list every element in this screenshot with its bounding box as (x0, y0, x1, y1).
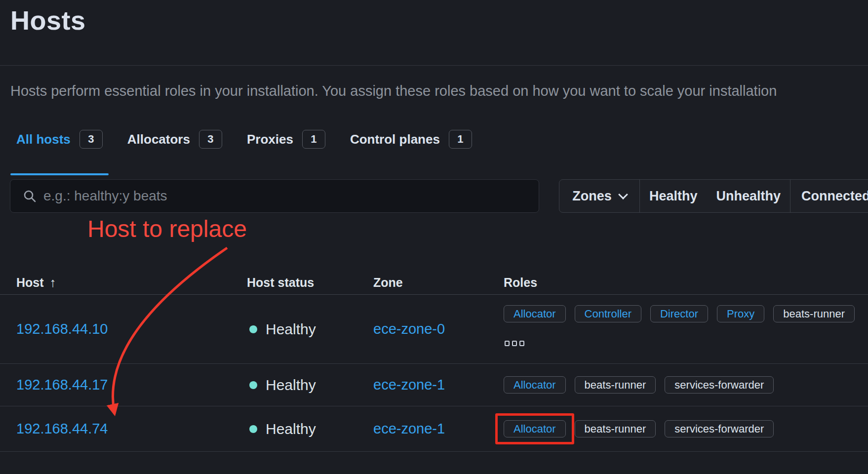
role-badge-beats-runner: beats-runner (575, 420, 656, 437)
tab-count-badge: 1 (449, 130, 472, 149)
zone-link[interactable]: ece-zone-0 (373, 321, 445, 337)
role-badge-allocator-highlighted[interactable]: Allocator (504, 420, 566, 437)
filter-status-section: Healthy Unhealthy (639, 180, 790, 212)
active-tab-underline (10, 173, 109, 175)
role-badge-allocator[interactable]: Allocator (504, 376, 566, 394)
role-badge-director[interactable]: Director (650, 305, 708, 322)
host-link[interactable]: 192.168.44.74 (16, 421, 108, 436)
hosts-table: Host ↑ Host status Zone Roles 192.168.44… (0, 271, 868, 452)
status-label: Healthy (266, 321, 316, 338)
healthy-dot-icon (249, 425, 257, 433)
tab-label: Allocators (127, 132, 190, 147)
tab-label: Proxies (247, 132, 293, 147)
healthy-dot-icon (249, 381, 257, 389)
roles-badge-line: Allocator Controller Director Proxy beat… (504, 305, 855, 322)
chevron-down-icon (618, 190, 628, 199)
column-header-roles: Roles (504, 276, 868, 290)
status-label: Healthy (266, 377, 316, 394)
search-input[interactable] (43, 188, 530, 204)
role-badge-services-forwarder: services-forwarder (665, 420, 774, 437)
filter-connected-button[interactable]: Connected (790, 180, 868, 212)
more-roles-icon[interactable] (505, 341, 524, 346)
role-badge-allocator[interactable]: Allocator (504, 305, 566, 322)
page-title: Hosts (10, 5, 86, 36)
host-status-cell: Healthy (247, 421, 373, 437)
role-badge-controller[interactable]: Controller (575, 305, 641, 322)
page-description: Hosts perform essential roles in your in… (10, 83, 868, 99)
table-row: 192.168.44.74 Healthy ece-zone-1 Allocat… (0, 406, 868, 452)
table-row: 192.168.44.10 Healthy ece-zone-0 Allocat… (0, 295, 868, 364)
tab-count-badge: 3 (199, 130, 222, 149)
filter-zones-button[interactable]: Zones (559, 180, 639, 212)
tab-allocators[interactable]: Allocators 3 (127, 130, 222, 149)
filter-healthy-button[interactable]: Healthy (649, 189, 698, 204)
search-box (10, 179, 539, 213)
filter-connected-label: Connected (801, 189, 868, 204)
header-divider (0, 65, 868, 66)
filter-group: Zones Healthy Unhealthy Connected (559, 179, 868, 213)
tab-label: Control planes (350, 132, 440, 147)
column-header-host[interactable]: Host ↑ (16, 275, 247, 290)
role-badge-proxy[interactable]: Proxy (717, 305, 764, 322)
host-link[interactable]: 192.168.44.17 (16, 377, 108, 393)
tab-bar: All hosts 3 Allocators 3 Proxies 1 Contr… (16, 129, 472, 149)
tab-all-hosts[interactable]: All hosts 3 (16, 130, 103, 149)
search-icon (23, 190, 37, 203)
roles-cell: Allocator beats-runner services-forwarde… (504, 376, 868, 394)
role-badge-services-forwarder: services-forwarder (665, 376, 774, 394)
tab-label: All hosts (16, 132, 71, 147)
status-label: Healthy (266, 421, 316, 437)
tab-count-badge: 3 (79, 130, 103, 149)
zone-link[interactable]: ece-zone-1 (373, 377, 445, 393)
filter-zones-label: Zones (572, 189, 612, 204)
zone-link[interactable]: ece-zone-1 (373, 421, 445, 436)
sort-ascending-icon: ↑ (50, 275, 56, 290)
table-header-row: Host ↑ Host status Zone Roles (0, 271, 868, 295)
tab-proxies[interactable]: Proxies 1 (247, 130, 325, 149)
role-badge-beats-runner: beats-runner (575, 376, 656, 394)
annotation-host-to-replace: Host to replace (87, 215, 247, 242)
filter-unhealthy-button[interactable]: Unhealthy (716, 189, 781, 204)
roles-cell: Allocator beats-runner services-forwarde… (504, 420, 868, 437)
host-status-cell: Healthy (247, 321, 373, 338)
host-status-cell: Healthy (247, 377, 373, 394)
tab-count-badge: 1 (302, 130, 325, 149)
roles-cell: Allocator Controller Director Proxy beat… (504, 295, 868, 363)
table-row: 192.168.44.17 Healthy ece-zone-1 Allocat… (0, 364, 868, 406)
column-header-label: Host (16, 276, 44, 290)
column-header-zone: Zone (373, 276, 504, 290)
host-link[interactable]: 192.168.44.10 (16, 321, 108, 337)
healthy-dot-icon (249, 325, 257, 333)
role-badge-beats-runner: beats-runner (773, 305, 855, 322)
column-header-host-status: Host status (247, 276, 373, 290)
tab-control-planes[interactable]: Control planes 1 (350, 130, 472, 149)
